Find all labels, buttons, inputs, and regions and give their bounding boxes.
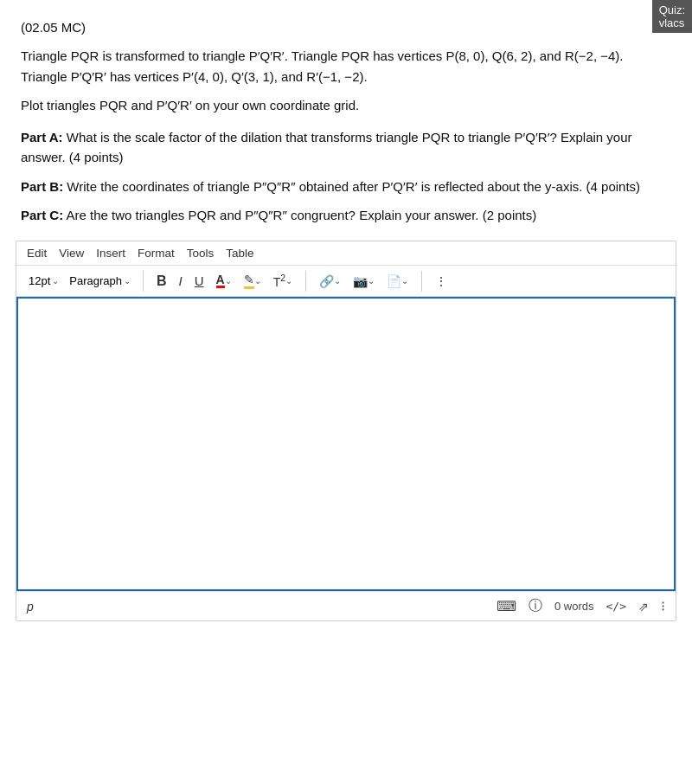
- quiz-badge-line1: Quiz:: [659, 3, 685, 16]
- link-chevron: ⌄: [334, 276, 341, 286]
- paragraph-chevron: ⌄: [124, 276, 131, 286]
- question-container: (02.05 MC) Triangle PQR is transformed t…: [0, 0, 692, 225]
- question-number: (02.05 MC): [21, 17, 671, 37]
- expand-button[interactable]: ⇗: [638, 600, 649, 614]
- document-icon: 📄: [387, 274, 401, 288]
- info-icon[interactable]: ⓘ: [529, 597, 542, 615]
- image-chevron: ⌄: [368, 276, 375, 286]
- code-view-button[interactable]: </>: [606, 600, 626, 613]
- italic-button[interactable]: I: [175, 271, 187, 291]
- word-count: 0 words: [554, 600, 594, 613]
- toolbar-divider-1: [143, 271, 144, 292]
- highlight-chevron: ⌄: [254, 276, 261, 286]
- link-button[interactable]: 🔗 ⌄: [315, 272, 345, 291]
- font-size-value: 12pt: [29, 274, 50, 287]
- editor-statusbar: p ⌨ ⓘ 0 words </> ⇗ ⁝: [16, 591, 676, 620]
- image-icon: 📷: [353, 274, 368, 288]
- bold-button[interactable]: B: [152, 271, 171, 292]
- more-options-icon: ⋮: [435, 274, 447, 288]
- menu-table[interactable]: Table: [222, 245, 257, 261]
- font-color-button[interactable]: A ⌄: [212, 271, 236, 291]
- link-icon: 🔗: [319, 274, 334, 288]
- font-color-icon: A: [216, 273, 225, 288]
- statusbar-right: ⌨ ⓘ 0 words </> ⇗ ⁝: [497, 597, 665, 615]
- word-count-value: 0 words: [554, 600, 594, 613]
- question-instruction: Plot triangles PQR and P′Q′R′ on your ow…: [21, 95, 671, 115]
- menu-insert[interactable]: Insert: [93, 245, 129, 261]
- quiz-badge-line2: vlacs: [659, 16, 685, 29]
- paragraph-value: Paragraph: [69, 274, 122, 287]
- menu-tools[interactable]: Tools: [183, 245, 218, 261]
- quiz-badge: Quiz: vlacs: [652, 0, 692, 33]
- menu-edit[interactable]: Edit: [23, 245, 50, 261]
- editor-menubar: Edit View Insert Format Tools Table: [16, 241, 676, 266]
- highlight-color-button[interactable]: ✎ ⌄: [240, 270, 266, 292]
- toolbar-divider-2: [305, 271, 306, 292]
- superscript-chevron: ⌄: [285, 276, 292, 286]
- italic-icon: I: [179, 273, 183, 288]
- part-c: Part C: Are the two triangles PQR and P″…: [21, 205, 671, 225]
- toolbar-divider-3: [421, 271, 422, 292]
- editor-content-area[interactable]: [16, 297, 676, 591]
- underline-button[interactable]: U: [190, 271, 208, 291]
- keyboard-icon[interactable]: ⌨: [497, 598, 516, 614]
- menu-format[interactable]: Format: [134, 245, 178, 261]
- superscript-icon: T2: [273, 273, 285, 289]
- highlight-icon: ✎: [244, 273, 254, 289]
- paragraph-tag-label: p: [27, 600, 44, 614]
- part-a: Part A: What is the scale factor of the …: [21, 127, 671, 168]
- document-button[interactable]: 📄 ⌄: [382, 272, 413, 291]
- image-button[interactable]: 📷 ⌄: [349, 272, 379, 291]
- document-chevron: ⌄: [401, 276, 408, 286]
- font-color-chevron: ⌄: [225, 276, 232, 286]
- question-intro: Triangle PQR is transformed to triangle …: [21, 46, 671, 87]
- font-size-chevron: ⌄: [52, 276, 59, 286]
- part-b: Part B: Write the coordinates of triangl…: [21, 177, 671, 196]
- editor-toolbar: 12pt ⌄ Paragraph ⌄ B I U A ⌄ ✎ ⌄ T2: [16, 266, 676, 297]
- statusbar-more-button[interactable]: ⁝: [661, 598, 665, 614]
- superscript-button[interactable]: T2 ⌄: [269, 270, 297, 292]
- menu-view[interactable]: View: [55, 245, 87, 261]
- font-size-selector[interactable]: 12pt ⌄: [25, 273, 62, 289]
- editor-wrapper: Edit View Insert Format Tools Table 12pt…: [16, 241, 676, 621]
- paragraph-style-selector[interactable]: Paragraph ⌄: [66, 273, 134, 289]
- more-options-button[interactable]: ⋮: [431, 272, 452, 291]
